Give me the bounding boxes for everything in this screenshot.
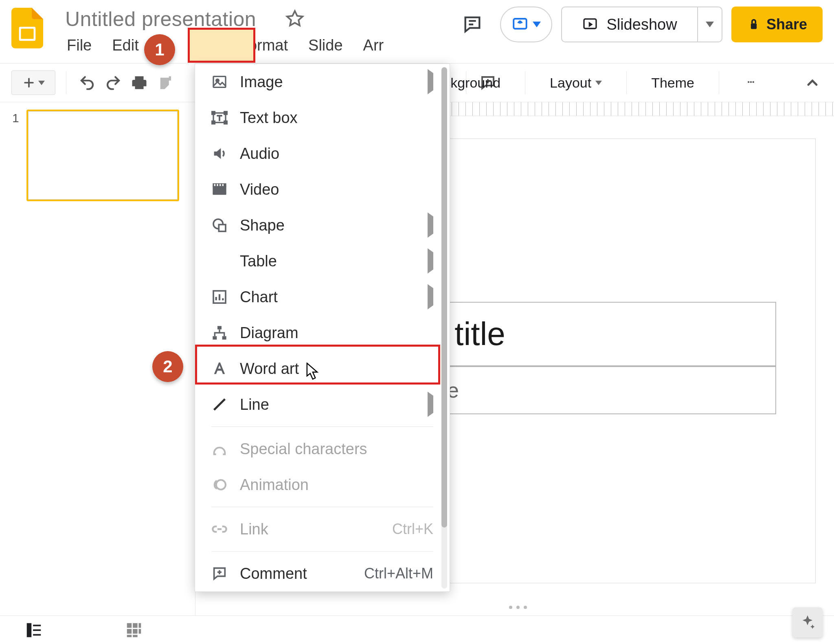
layout-button[interactable]: Layout	[545, 73, 607, 93]
print-button[interactable]	[129, 73, 149, 93]
insert-shape-label: Shape	[240, 217, 285, 234]
insert-image-label: Image	[240, 73, 283, 91]
slide-thumb-1[interactable]: 1	[0, 110, 195, 201]
svg-rect-15	[213, 185, 226, 195]
menu-divider	[211, 426, 433, 427]
menu-arrange[interactable]: Arr	[362, 37, 386, 54]
submenu-arrow-icon	[428, 253, 433, 270]
insert-diagram[interactable]: Diagram	[195, 315, 450, 351]
layout-label: Layout	[550, 75, 591, 91]
insert-comment-label: Comment	[240, 565, 307, 582]
insert-line[interactable]: Line	[195, 387, 450, 422]
insert-link-label: Link	[240, 521, 268, 538]
submenu-arrow-icon	[428, 217, 433, 234]
grid-view-button[interactable]	[125, 621, 143, 640]
svg-rect-38	[127, 635, 132, 637]
insert-audio[interactable]: Audio	[195, 136, 450, 171]
svg-rect-1	[21, 29, 33, 39]
comment-shortcut: Ctrl+Alt+M	[364, 565, 433, 582]
insert-link: Link Ctrl+K	[195, 511, 450, 547]
theme-button[interactable]: Theme	[646, 73, 699, 93]
submenu-arrow-icon	[428, 73, 433, 91]
svg-rect-39	[133, 635, 138, 637]
svg-rect-29	[33, 624, 41, 626]
filmstrip-view-button[interactable]	[24, 621, 43, 640]
insert-audio-label: Audio	[240, 145, 279, 163]
diagram-icon	[211, 324, 228, 342]
submenu-arrow-icon	[428, 396, 433, 413]
paint-format-button[interactable]	[155, 73, 176, 93]
slide-thumbnail[interactable]	[26, 110, 179, 201]
insert-video[interactable]: Video	[195, 171, 450, 207]
svg-point-7	[753, 81, 754, 83]
menu-edit[interactable]: Edit	[110, 37, 140, 54]
insert-menu-dropdown: Image Text box Audio Video Shape Table C…	[195, 64, 450, 592]
annotation-badge-1: 1	[144, 34, 175, 65]
insert-table[interactable]: Table	[195, 243, 450, 279]
link-icon	[211, 520, 228, 538]
svg-rect-19	[219, 184, 221, 186]
svg-point-6	[750, 81, 752, 83]
undo-button[interactable]	[77, 73, 97, 93]
insert-word-art[interactable]: Word art	[195, 351, 450, 387]
svg-rect-26	[222, 336, 226, 339]
comment-icon	[211, 565, 228, 582]
share-label: Share	[766, 16, 807, 33]
new-slide-button[interactable]	[11, 70, 55, 95]
svg-rect-25	[213, 336, 217, 339]
svg-rect-32	[127, 623, 132, 628]
shape-icon	[211, 216, 228, 234]
present-mode-pill[interactable]	[500, 7, 552, 42]
menu-file[interactable]: File	[65, 37, 93, 54]
audio-icon	[211, 145, 228, 163]
submenu-arrow-icon	[428, 288, 433, 306]
svg-rect-36	[133, 629, 138, 634]
link-shortcut: Ctrl+K	[392, 521, 433, 538]
svg-rect-31	[33, 634, 41, 635]
svg-rect-4	[751, 23, 757, 29]
svg-rect-33	[133, 623, 138, 628]
doc-title[interactable]: Untitled presentation	[65, 8, 256, 31]
star-button[interactable]	[285, 9, 305, 29]
svg-rect-11	[212, 112, 215, 114]
animation-icon	[211, 476, 228, 494]
annotation-badge-2-text: 2	[163, 357, 172, 376]
word-art-icon	[211, 360, 228, 378]
svg-rect-30	[33, 629, 41, 631]
image-icon	[211, 73, 228, 91]
insert-video-label: Video	[240, 181, 279, 198]
insert-menu-open-highlight	[188, 28, 255, 63]
slideshow-button-group: Slideshow	[561, 7, 722, 42]
slideshow-button[interactable]: Slideshow	[562, 16, 697, 33]
insert-image[interactable]: Image	[195, 64, 450, 100]
slideshow-dropdown[interactable]	[697, 7, 722, 42]
video-icon	[211, 180, 228, 198]
insert-chart-label: Chart	[240, 288, 278, 306]
insert-text-box[interactable]: Text box	[195, 100, 450, 136]
speaker-notes-handle[interactable]	[502, 606, 534, 612]
app-header: Untitled presentation File Edit Insert F…	[0, 0, 834, 63]
share-button[interactable]: Share	[731, 7, 823, 42]
insert-line-label: Line	[240, 396, 269, 413]
svg-rect-12	[224, 112, 227, 114]
insert-diagram-label: Diagram	[240, 324, 298, 342]
open-comments-button[interactable]	[454, 7, 491, 42]
explore-button[interactable]	[792, 607, 823, 637]
menu-slide[interactable]: Slide	[307, 37, 345, 54]
special-characters-icon	[211, 440, 228, 458]
insert-comment[interactable]: Comment Ctrl+Alt+M	[195, 556, 450, 591]
header-right-controls: Slideshow Share	[454, 7, 823, 42]
annotation-badge-1-text: 1	[155, 40, 164, 59]
svg-rect-14	[224, 121, 227, 124]
more-tools-button[interactable]	[739, 73, 763, 93]
collapse-toolbar-button[interactable]	[802, 73, 823, 93]
svg-rect-17	[214, 184, 215, 186]
insert-shape[interactable]: Shape	[195, 207, 450, 243]
slides-logo	[11, 7, 43, 50]
svg-point-5	[748, 81, 749, 83]
redo-button[interactable]	[103, 73, 123, 93]
insert-chart[interactable]: Chart	[195, 279, 450, 315]
insert-animation-label: Animation	[240, 476, 309, 494]
chart-icon	[211, 288, 228, 306]
svg-rect-13	[212, 121, 215, 124]
